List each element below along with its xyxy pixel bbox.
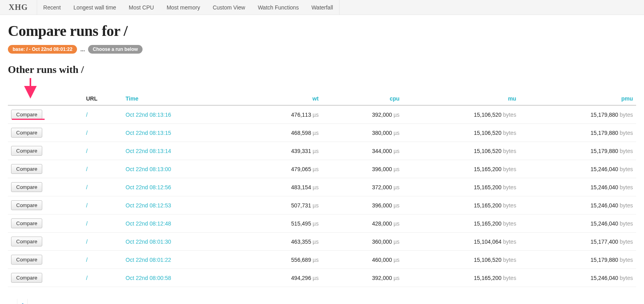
run-url-link[interactable]: / xyxy=(86,112,88,118)
cell-mu: 15,165,200 bytes xyxy=(403,160,520,178)
cell-pmu: 15,179,880 bytes xyxy=(519,142,636,160)
nav-item-most-cpu[interactable]: Most CPU xyxy=(122,0,160,15)
ellipsis: ... xyxy=(80,46,85,52)
cell-cpu: 360,000 µs xyxy=(322,233,403,251)
top-nav: XHG RecentLongest wall timeMost CPUMost … xyxy=(0,0,644,15)
page-title-suffix: / xyxy=(124,22,128,39)
run-url-link[interactable]: / xyxy=(86,166,88,172)
run-time-link[interactable]: Oct 22nd 08:13:00 xyxy=(126,166,171,172)
compare-button[interactable]: Compare xyxy=(11,255,42,265)
cell-wt: 439,331 µs xyxy=(241,142,322,160)
run-url-link[interactable]: / xyxy=(86,275,88,281)
nav-item-recent[interactable]: Recent xyxy=(37,0,67,15)
cell-mu: 15,165,200 bytes xyxy=(403,269,520,287)
cell-mu: 15,106,520 bytes xyxy=(403,251,520,269)
col-pmu[interactable]: pmu xyxy=(519,93,636,105)
table-row: Compare/Oct 22nd 08:00:58494,296 µs392,0… xyxy=(8,269,636,287)
run-time-link[interactable]: Oct 22nd 08:01:22 xyxy=(126,257,171,263)
compare-button[interactable]: Compare xyxy=(11,128,42,138)
run-url-link[interactable]: / xyxy=(86,202,88,209)
run-url-link[interactable]: / xyxy=(86,184,88,190)
table-row: Compare/Oct 22nd 08:12:48515,495 µs428,0… xyxy=(8,214,636,233)
compare-button[interactable]: Compare xyxy=(11,164,42,174)
pager-prev[interactable]: « xyxy=(8,299,17,304)
table-row: Compare/Oct 22nd 08:12:53507,731 µs396,0… xyxy=(8,196,636,214)
cell-wt: 476,113 µs xyxy=(241,105,322,124)
cell-pmu: 15,179,880 bytes xyxy=(519,251,636,269)
cell-wt: 556,689 µs xyxy=(241,251,322,269)
choose-run-pill: Choose a run below xyxy=(88,45,143,54)
cell-mu: 15,106,520 bytes xyxy=(403,124,520,142)
nav-item-longest-wall-time[interactable]: Longest wall time xyxy=(67,0,122,15)
col-time[interactable]: Time xyxy=(122,93,241,105)
cell-wt: 483,154 µs xyxy=(241,178,322,196)
col-compare xyxy=(8,93,83,105)
col-url[interactable]: URL xyxy=(83,93,122,105)
run-time-link[interactable]: Oct 22nd 08:01:30 xyxy=(126,239,171,245)
cell-mu: 15,165,200 bytes xyxy=(403,214,520,233)
cell-pmu: 15,246,040 bytes xyxy=(519,269,636,287)
pager-page-1[interactable]: 1 xyxy=(18,299,28,304)
compare-button[interactable]: Compare xyxy=(11,110,42,119)
cell-cpu: 380,000 µs xyxy=(322,124,403,142)
compare-button[interactable]: Compare xyxy=(11,218,42,228)
compare-button[interactable]: Compare xyxy=(11,146,42,156)
cell-cpu: 396,000 µs xyxy=(322,160,403,178)
nav-item-waterfall[interactable]: Waterfall xyxy=(305,0,340,15)
cell-cpu: 392,000 µs xyxy=(322,269,403,287)
compare-button[interactable]: Compare xyxy=(11,200,42,210)
table-row: Compare/Oct 22nd 08:13:14439,331 µs344,0… xyxy=(8,142,636,160)
run-url-link[interactable]: / xyxy=(86,257,88,263)
run-time-link[interactable]: Oct 22nd 08:12:48 xyxy=(126,220,171,227)
run-time-link[interactable]: Oct 22nd 08:12:56 xyxy=(126,184,171,190)
nav-item-custom-view[interactable]: Custom View xyxy=(207,0,252,15)
run-time-link[interactable]: Oct 22nd 08:13:16 xyxy=(126,112,171,118)
cell-wt: 468,598 µs xyxy=(241,124,322,142)
cell-wt: 515,495 µs xyxy=(241,214,322,233)
run-time-link[interactable]: Oct 22nd 08:12:53 xyxy=(126,202,171,209)
run-url-link[interactable]: / xyxy=(86,130,88,136)
run-time-link[interactable]: Oct 22nd 08:13:14 xyxy=(126,148,171,154)
cell-mu: 15,165,200 bytes xyxy=(403,178,520,196)
run-time-link[interactable]: Oct 22nd 08:00:58 xyxy=(126,275,171,281)
table-row: Compare/Oct 22nd 08:01:22556,689 µs460,0… xyxy=(8,251,636,269)
col-mu[interactable]: mu xyxy=(403,93,520,105)
pager-next[interactable]: » xyxy=(28,299,38,304)
cell-mu: 15,106,520 bytes xyxy=(403,142,520,160)
cell-wt: 507,731 µs xyxy=(241,196,322,214)
cell-pmu: 15,246,040 bytes xyxy=(519,196,636,214)
cell-wt: 494,296 µs xyxy=(241,269,322,287)
run-url-link[interactable]: / xyxy=(86,239,88,245)
annotation-arrow xyxy=(24,78,636,93)
cell-pmu: 15,246,040 bytes xyxy=(519,160,636,178)
table-row: Compare/Oct 22nd 08:13:16476,113 µs392,0… xyxy=(8,105,636,124)
cell-cpu: 392,000 µs xyxy=(322,105,403,124)
col-cpu[interactable]: cpu xyxy=(322,93,403,105)
cell-pmu: 15,177,400 bytes xyxy=(519,233,636,251)
cell-mu: 15,106,520 bytes xyxy=(403,105,520,124)
cell-cpu: 428,000 µs xyxy=(322,214,403,233)
nav-item-most-memory[interactable]: Most memory xyxy=(160,0,207,15)
nav-item-watch-functions[interactable]: Watch Functions xyxy=(252,0,305,15)
table-row: Compare/Oct 22nd 08:13:00479,065 µs396,0… xyxy=(8,160,636,178)
pagination: « 1 » xyxy=(8,299,636,304)
base-run-pill[interactable]: base: / - Oct 22nd 08:01:22 xyxy=(8,45,77,54)
section-title: Other runs with / xyxy=(8,64,636,76)
run-time-link[interactable]: Oct 22nd 08:13:15 xyxy=(126,130,171,136)
compare-button[interactable]: Compare xyxy=(11,273,42,283)
compare-button[interactable]: Compare xyxy=(11,182,42,192)
compare-button[interactable]: Compare xyxy=(11,237,42,246)
col-wt[interactable]: wt xyxy=(241,93,322,105)
table-row: Compare/Oct 22nd 08:12:56483,154 µs372,0… xyxy=(8,178,636,196)
run-url-link[interactable]: / xyxy=(86,148,88,154)
cell-pmu: 15,179,880 bytes xyxy=(519,124,636,142)
brand-logo[interactable]: XHG xyxy=(0,0,37,15)
cell-pmu: 15,179,880 bytes xyxy=(519,105,636,124)
cell-cpu: 344,000 µs xyxy=(322,142,403,160)
cell-cpu: 460,000 µs xyxy=(322,251,403,269)
cell-mu: 15,165,200 bytes xyxy=(403,196,520,214)
cell-cpu: 372,000 µs xyxy=(322,178,403,196)
run-url-link[interactable]: / xyxy=(86,220,88,227)
cell-wt: 463,355 µs xyxy=(241,233,322,251)
compare-selection-row: base: / - Oct 22nd 08:01:22 ... Choose a… xyxy=(8,45,636,54)
